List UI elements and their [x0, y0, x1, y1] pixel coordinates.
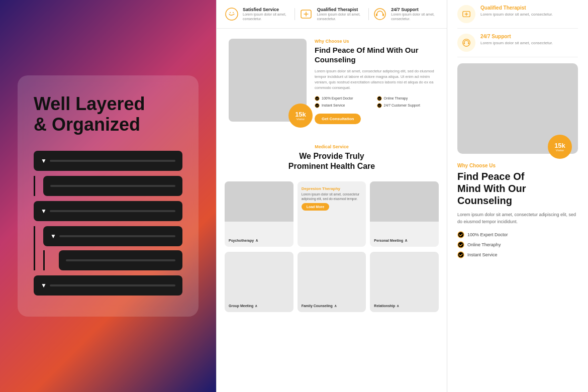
right-therapist-title: Qualified Therapist: [480, 5, 553, 11]
badge-label: Visitor: [297, 118, 305, 121]
dropdown-row-6[interactable]: ▼: [34, 275, 182, 296]
group-meeting-text: Group Meeting: [229, 304, 253, 308]
right-support-text: 24/7 Support Lorem ipsum dolor sit amet,…: [480, 34, 553, 46]
svg-point-0: [226, 8, 238, 20]
bar-6: [50, 284, 175, 286]
personal-chevron: ∧: [405, 238, 408, 243]
indent-group-2: ▼: [34, 226, 182, 270]
why-section: 15k Visitor Why Choose Us Find Peace Of …: [217, 29, 447, 134]
svg-point-16: [458, 242, 464, 248]
feature-satisfied-desc: Lorem ipsum dolor sit amet, consectetur.: [243, 12, 290, 21]
svg-rect-14: [468, 43, 469, 45]
dropdown-row-1[interactable]: ▼: [34, 151, 182, 171]
right-therapist-icon-circle: [457, 5, 475, 23]
svg-rect-5: [376, 14, 377, 16]
divider-1: [295, 8, 295, 20]
badge-num: 15k: [295, 111, 306, 118]
check-label-4: 24/7 Customer Support: [384, 104, 420, 107]
right-badge: 15k Visitor: [548, 135, 572, 159]
middle-scroll[interactable]: Satisfied Service Lorem ipsum dolor sit …: [217, 0, 447, 392]
service-card-psychotherapy: Psychotherapy ∧: [225, 181, 293, 247]
dropdown-row-5[interactable]: [59, 250, 182, 270]
right-support-title: 24/7 Support: [480, 34, 553, 39]
why-content: Why Choose Us Find Peace Of Mind With Ou…: [315, 39, 435, 124]
arrow-icon-3: ▼: [41, 208, 47, 215]
service-card-relationship: Relationship ∧: [370, 252, 439, 312]
service-card-group: Group Meeting ∧: [225, 252, 293, 312]
svg-point-7: [315, 96, 319, 101]
personal-label: Personal Meeting ∧: [374, 238, 408, 243]
card-title-line2: & Organized: [34, 114, 140, 135]
feature-therapist-desc: Lorem ipsum dolor sit amet, consectetur.: [317, 12, 365, 21]
svg-point-2: [233, 12, 234, 13]
bar-5: [66, 259, 175, 261]
psychotherapy-label: Psychotherapy ∧: [229, 238, 258, 243]
check-item-3: Instant Service: [315, 103, 373, 108]
why-checklist: 100% Expert Doctor Online Therapy Instan…: [315, 96, 435, 108]
check-label-2: Online Therapy: [384, 96, 408, 100]
right-support-icon-circle: [457, 34, 475, 52]
right-check-2: Online Theraphy: [457, 241, 578, 248]
psychotherapy-image: [225, 181, 293, 222]
right-therapist-icon: [462, 10, 471, 19]
family-chevron: ∧: [334, 304, 337, 308]
medical-label: Medical Service: [229, 144, 435, 149]
bar-1: [50, 160, 175, 162]
relationship-chevron: ∧: [397, 304, 399, 308]
feature-strip: Satisfied Service Lorem ipsum dolor sit …: [217, 0, 447, 29]
divider-2: [368, 8, 369, 20]
why-title: Find Peace Of Mind With Our Counseling: [315, 46, 435, 65]
feature-therapist: Qualified Therapist Lorem ipsum dolor si…: [299, 7, 365, 21]
left-panel: Well Layered & Organized ▼ ▼ ▼: [0, 0, 216, 392]
feature-support-desc: Lorem ipsum dolor sit amet, consectetur.: [391, 12, 439, 21]
service-grid-row1: Psychotherapy ∧ Depresion Theraphy Lorem…: [217, 176, 447, 252]
svg-rect-13: [464, 43, 465, 45]
feature-support-text: 24/7 Support Lorem ipsum dolor sit amet,…: [391, 7, 439, 21]
feature-therapist-text: Qualified Therapist Lorem ipsum dolor si…: [317, 7, 365, 21]
medical-section: Medical Service We Provide Truly Promine…: [217, 134, 447, 176]
consult-button[interactable]: Get Consultation: [315, 114, 361, 124]
service-card-depression: Depresion Theraphy Lorem ipsum dolor sit…: [298, 181, 366, 247]
right-badge-label: Visitor: [556, 149, 564, 152]
satisfied-service-icon: [225, 7, 239, 21]
right-check-label-1: 100% Expert Doctor: [467, 232, 508, 237]
medical-title: We Provide Truly Prominent Health Care: [229, 151, 435, 171]
right-why-section: Why Choose Us Find Peace Of Mind With Ou…: [457, 163, 578, 258]
right-check-icon-2: [457, 241, 464, 248]
right-badge-num: 15k: [554, 142, 565, 149]
right-check-label-2: Online Theraphy: [467, 242, 501, 247]
feature-satisfied: Satisfied Service Lorem ipsum dolor sit …: [225, 7, 290, 21]
indent-sub: [43, 250, 182, 270]
personal-image: [370, 181, 439, 222]
right-feature-support: 24/7 Support Lorem ipsum dolor sit amet,…: [457, 29, 578, 57]
feature-therapist-title: Qualified Therapist: [317, 7, 365, 12]
right-check-label-3: Instant Service: [467, 252, 498, 257]
group-chevron: ∧: [255, 304, 257, 308]
arrow-icon-4: ▼: [50, 233, 56, 240]
family-counseling-label: Family Counseling ∧: [302, 304, 337, 308]
feature-support: 24/7 Support Lorem ipsum dolor sit amet,…: [373, 7, 439, 21]
support-icon: [373, 7, 387, 21]
card-title: Well Layered & Organized: [34, 93, 182, 135]
personal-label-text: Personal Meeting: [374, 239, 403, 242]
check-item-1: 100% Expert Doctor: [315, 96, 373, 101]
right-why-title-line1: Find Peace Of: [457, 171, 524, 182]
right-support-icon: [462, 38, 471, 47]
dropdown-row-3[interactable]: ▼: [34, 201, 182, 221]
check-label-3: Instant Service: [322, 104, 345, 107]
right-image-wrap: 15k Visitor: [457, 63, 578, 154]
dropdown-row-4[interactable]: ▼: [43, 226, 182, 246]
svg-point-15: [458, 232, 464, 238]
bar-4: [59, 235, 175, 237]
right-check-icon-3: [457, 251, 464, 258]
depression-title: Depresion Theraphy: [302, 186, 362, 191]
load-more-button[interactable]: Load More: [302, 203, 329, 211]
check-label-1: 100% Expert Doctor: [322, 96, 353, 100]
depression-body: Depresion Theraphy Lorem ipsum dolor sit…: [298, 181, 366, 215]
dropdown-row-2[interactable]: [43, 176, 182, 196]
right-scroll[interactable]: Qualified Therapist Lorem ipsum dolor si…: [447, 0, 588, 392]
bar-2: [50, 185, 175, 187]
relationship-text: Relationship: [374, 304, 395, 308]
medical-title-line1: We Provide Truly: [299, 152, 364, 160]
right-panel: Qualified Therapist Lorem ipsum dolor si…: [447, 0, 588, 392]
